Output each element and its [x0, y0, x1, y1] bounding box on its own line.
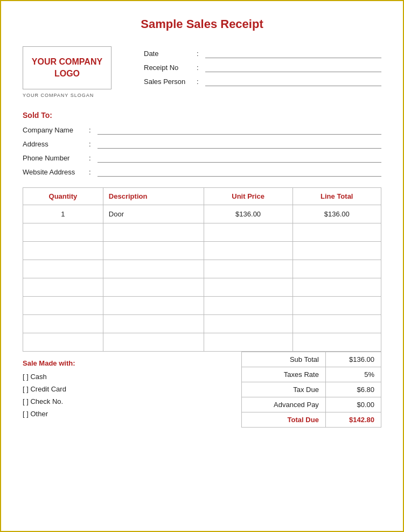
cell-quantity [23, 315, 103, 333]
receipt-no-input-line [205, 62, 381, 72]
website-row: Website Address : [23, 167, 381, 177]
header-section: YOUR COMPANY LOGO YOUR COMPANY SLOGAN Da… [23, 46, 381, 98]
logo-box: YOUR COMPANY LOGO [23, 46, 112, 89]
date-field-row: Date : [144, 48, 381, 58]
cell-description [103, 223, 204, 242]
address-label: Address [23, 140, 85, 148]
logo-section: YOUR COMPANY LOGO YOUR COMPANY SLOGAN [23, 46, 112, 98]
totals-label: Sub Total [242, 352, 326, 367]
table-row [23, 278, 381, 297]
phone-number-row: Phone Number : [23, 153, 381, 163]
address-row: Address : [23, 139, 381, 149]
website-label: Website Address [23, 168, 85, 176]
payment-section: Sale Made with: [ ] Cash[ ] Credit Card[… [23, 352, 241, 422]
sales-person-input-line [205, 76, 381, 86]
company-name-label: Company Name [23, 126, 85, 134]
cell-quantity [23, 333, 103, 352]
cell-line-total [292, 278, 381, 297]
phone-number-line [97, 153, 381, 163]
sales-person-label: Sales Person [144, 78, 192, 86]
totals-label: Taxes Rate [242, 367, 326, 382]
table-row [23, 223, 381, 242]
payment-option: [ ] Other [23, 410, 241, 418]
cell-description [103, 315, 204, 333]
table-row [23, 333, 381, 352]
company-name-row: Company Name : [23, 125, 381, 135]
cell-line-total [292, 333, 381, 352]
quantity-header: Quantity [23, 188, 103, 205]
table-row [23, 260, 381, 278]
totals-label: Total Due [242, 412, 326, 428]
sold-to-section: Sold To: Company Name : Address : Phone … [23, 111, 381, 177]
address-line [97, 139, 381, 149]
cell-quantity [23, 223, 103, 242]
company-slogan: YOUR COMPANY SLOGAN [23, 93, 112, 98]
payment-title: Sale Made with: [23, 359, 241, 367]
cell-unit-price: $136.00 [204, 205, 292, 223]
cell-unit-price [204, 278, 292, 297]
logo-text: YOUR COMPANY LOGO [32, 56, 102, 80]
totals-value: $142.80 [325, 412, 381, 428]
cell-unit-price [204, 333, 292, 352]
totals-row: Taxes Rate 5% [242, 367, 381, 382]
cell-description [103, 297, 204, 315]
sold-to-label: Sold To: [23, 111, 381, 120]
sales-person-field-row: Sales Person : [144, 76, 381, 86]
cell-line-total: $136.00 [292, 205, 381, 223]
cell-quantity [23, 278, 103, 297]
totals-value: $136.00 [325, 352, 381, 367]
cell-line-total [292, 315, 381, 333]
totals-value: $0.00 [325, 397, 381, 412]
page-title: Sample Sales Receipt [23, 17, 381, 31]
cell-description: Door [103, 205, 204, 223]
cell-unit-price [204, 223, 292, 242]
phone-number-label: Phone Number [23, 154, 85, 162]
cell-quantity [23, 297, 103, 315]
receipt-no-field-row: Receipt No : [144, 62, 381, 72]
company-name-line [97, 125, 381, 135]
totals-table: Sub Total $136.00 Taxes Rate 5% Tax Due … [241, 352, 381, 428]
totals-label: Tax Due [242, 382, 326, 397]
cell-description [103, 242, 204, 260]
unit-price-header: Unit Price [204, 188, 292, 205]
totals-row: Total Due $142.80 [242, 412, 381, 428]
description-header: Description [103, 188, 204, 205]
date-input-line [205, 48, 381, 58]
totals-value: 5% [325, 367, 381, 382]
totals-value: $6.80 [325, 382, 381, 397]
date-label: Date [144, 50, 192, 58]
line-total-header: Line Total [292, 188, 381, 205]
table-row [23, 242, 381, 260]
totals-row: Advanced Pay $0.00 [242, 397, 381, 412]
cell-line-total [292, 260, 381, 278]
totals-section: Sale Made with: [ ] Cash[ ] Credit Card[… [23, 352, 381, 428]
payment-option: [ ] Credit Card [23, 385, 241, 393]
cell-unit-price [204, 260, 292, 278]
payment-option: [ ] Cash [23, 373, 241, 381]
cell-line-total [292, 242, 381, 260]
cell-quantity: 1 [23, 205, 103, 223]
cell-quantity [23, 260, 103, 278]
cell-unit-price [204, 315, 292, 333]
receipt-page: Sample Sales Receipt YOUR COMPANY LOGO Y… [0, 0, 404, 532]
table-header-row: Quantity Description Unit Price Line Tot… [23, 188, 381, 205]
items-table: Quantity Description Unit Price Line Tot… [23, 187, 381, 352]
cell-line-total [292, 223, 381, 242]
totals-row: Tax Due $6.80 [242, 382, 381, 397]
header-fields: Date : Receipt No : Sales Person : [144, 46, 381, 86]
website-line [97, 167, 381, 177]
cell-line-total [292, 297, 381, 315]
cell-quantity [23, 242, 103, 260]
receipt-no-label: Receipt No [144, 64, 192, 72]
cell-description [103, 333, 204, 352]
cell-unit-price [204, 297, 292, 315]
cell-description [103, 260, 204, 278]
totals-label: Advanced Pay [242, 397, 326, 412]
payment-option: [ ] Check No. [23, 397, 241, 405]
table-row [23, 297, 381, 315]
table-row: 1 Door $136.00 $136.00 [23, 205, 381, 223]
totals-row: Sub Total $136.00 [242, 352, 381, 367]
cell-unit-price [204, 242, 292, 260]
table-row [23, 315, 381, 333]
cell-description [103, 278, 204, 297]
